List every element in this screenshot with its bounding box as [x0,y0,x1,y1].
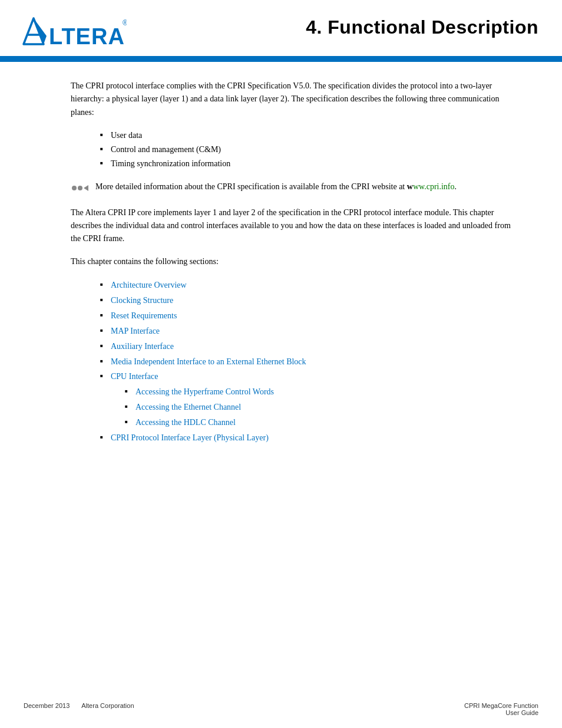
svg-marker-6 [84,185,88,191]
footer-right: CPRI MegaCore Function User Guide [464,702,538,716]
page-header: LTERA ® 4. Functional Description [0,0,562,49]
intro-para2: The Altera CPRI IP core implements layer… [71,206,515,246]
cpu-sub-list: Accessing the Hyperframe Control Words A… [125,384,515,430]
map-interface-link[interactable]: MAP Interface [111,327,160,335]
list-item: MAP Interface [100,324,515,339]
hyperframe-link[interactable]: Accessing the Hyperframe Control Words [135,387,274,396]
list-item: User data [100,129,515,143]
svg-point-5 [78,186,82,190]
auxiliary-interface-link[interactable]: Auxiliary Interface [111,342,174,351]
note-text: More detailed information about the CPRI… [95,180,457,193]
list-item: Reset Requirements [100,308,515,324]
page: LTERA ® 4. Functional Description The CP… [0,0,562,728]
list-item: Accessing the Ethernet Channel [125,400,515,415]
intro-para1: The CPRI protocol interface complies wit… [71,80,515,119]
page-footer: December 2013 Altera Corporation CPRI Me… [0,702,562,716]
list-item: Auxiliary Interface [100,339,515,354]
architecture-overview-link[interactable]: Architecture Overview [111,281,187,289]
footer-company: Altera Corporation [81,702,134,716]
list-item: Architecture Overview [100,278,515,293]
footer-product: CPRI MegaCore Function [464,702,538,709]
list-item: Accessing the Hyperframe Control Words [125,384,515,400]
footer-date: December 2013 [24,702,70,716]
note-box: More detailed information about the CPRI… [71,180,515,197]
list-item: Timing synchronization information [100,157,515,171]
main-content: The CPRI protocol interface complies wit… [0,62,562,468]
svg-marker-0 [34,18,47,44]
bullet-list-planes: User data Control and management (C&M) T… [100,129,515,170]
ethernet-channel-link[interactable]: Accessing the Ethernet Channel [135,403,241,411]
list-item: Media Independent Interface to an Extern… [100,354,515,370]
list-item: CPU Interface Accessing the Hyperframe C… [100,369,515,430]
clocking-structure-link[interactable]: Clocking Structure [111,296,173,305]
svg-text:®: ® [123,19,127,27]
altera-logo: LTERA ® [18,11,127,49]
svg-text:LTERA: LTERA [49,24,125,49]
cpri-info-link[interactable]: ww.cpri.info [413,182,455,191]
media-independent-link[interactable]: Media Independent Interface to an Extern… [111,357,306,366]
hdlc-channel-link[interactable]: Accessing the HDLC Channel [135,418,236,427]
cpu-interface-link[interactable]: CPU Interface [111,372,158,381]
chapter-title: 4. Functional Description [306,11,538,38]
list-item: CPRI Protocol Interface Layer (Physical … [100,430,515,446]
cpri-protocol-link[interactable]: CPRI Protocol Interface Layer (Physical … [111,433,269,442]
list-item: Clocking Structure [100,293,515,308]
logo-area: LTERA ® [18,11,130,49]
reset-requirements-link[interactable]: Reset Requirements [111,311,177,320]
note-icon [71,182,90,197]
header-rule [0,56,562,62]
list-item: Control and management (C&M) [100,143,515,157]
sections-list: Architecture Overview Clocking Structure… [100,278,515,446]
intro-para3: This chapter contains the following sect… [71,255,515,268]
footer-left: December 2013 Altera Corporation [24,702,134,716]
list-item: Accessing the HDLC Channel [125,415,515,430]
svg-point-4 [72,186,77,190]
footer-guide: User Guide [464,709,538,716]
